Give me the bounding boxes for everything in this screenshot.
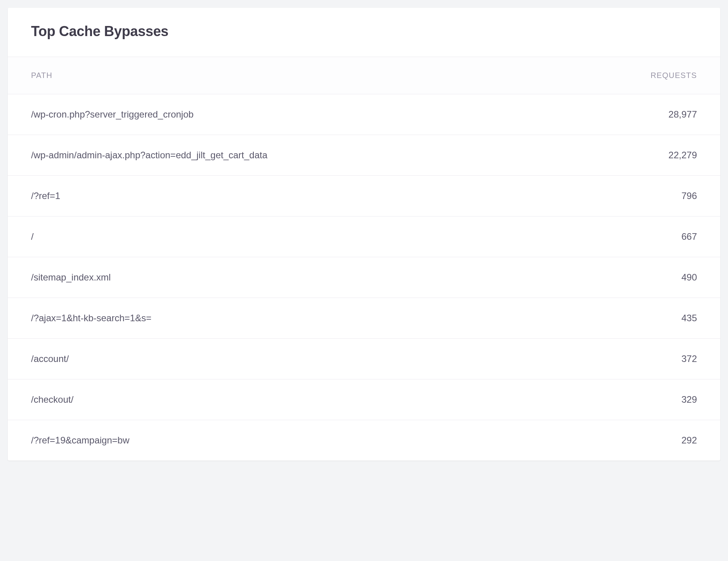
table-row: /?ref=19&campaign=bw 292	[8, 420, 720, 461]
table-body: /wp-cron.php?server_triggered_cronjob 28…	[8, 94, 720, 461]
cell-path: /?ref=1	[31, 190, 650, 201]
cell-requests: 796	[650, 190, 697, 201]
cell-requests: 372	[650, 353, 697, 364]
card-header: Top Cache Bypasses	[8, 8, 720, 57]
cell-requests: 292	[650, 435, 697, 446]
cell-requests: 22,279	[650, 150, 697, 161]
cell-path: /	[31, 231, 650, 242]
table-row: /?ref=1 796	[8, 176, 720, 216]
cell-requests: 667	[650, 231, 697, 242]
cell-path: /?ref=19&campaign=bw	[31, 435, 650, 446]
table-row: /wp-admin/admin-ajax.php?action=edd_jilt…	[8, 135, 720, 176]
cell-path: /checkout/	[31, 394, 650, 405]
cell-path: /sitemap_index.xml	[31, 272, 650, 283]
cell-path: /account/	[31, 353, 650, 364]
cell-requests: 490	[650, 272, 697, 283]
cell-requests: 329	[650, 394, 697, 405]
cell-requests: 28,977	[650, 109, 697, 120]
top-cache-bypasses-card: Top Cache Bypasses PATH REQUESTS /wp-cro…	[8, 8, 720, 461]
table-row: /wp-cron.php?server_triggered_cronjob 28…	[8, 94, 720, 135]
cell-path: /wp-admin/admin-ajax.php?action=edd_jilt…	[31, 150, 650, 161]
table-row: /checkout/ 329	[8, 379, 720, 420]
column-header-path: PATH	[31, 71, 52, 80]
card-title: Top Cache Bypasses	[31, 23, 697, 40]
table-row: /account/ 372	[8, 339, 720, 379]
table-row: / 667	[8, 216, 720, 257]
table-header-row: PATH REQUESTS	[8, 57, 720, 94]
cell-requests: 435	[650, 313, 697, 324]
table-row: /?ajax=1&ht-kb-search=1&s= 435	[8, 298, 720, 339]
cell-path: /?ajax=1&ht-kb-search=1&s=	[31, 313, 650, 324]
cell-path: /wp-cron.php?server_triggered_cronjob	[31, 109, 650, 120]
table-row: /sitemap_index.xml 490	[8, 257, 720, 298]
column-header-requests: REQUESTS	[650, 71, 697, 80]
